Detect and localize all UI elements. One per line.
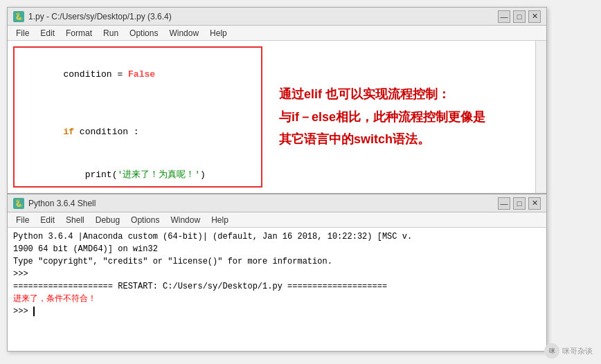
code-line-blank1 bbox=[20, 96, 255, 111]
shell-icon: 🐍 bbox=[13, 198, 24, 209]
shell-line-1: Python 3.6.4 |Anaconda custom (64-bit)| … bbox=[13, 230, 541, 243]
shell-menu-help[interactable]: Help bbox=[206, 214, 234, 226]
shell-menu-debug[interactable]: Debug bbox=[90, 214, 125, 226]
menu-file[interactable]: File bbox=[10, 27, 35, 39]
shell-maximize-button[interactable]: □ bbox=[513, 197, 526, 210]
editor-close-button[interactable]: ✕ bbox=[528, 10, 541, 23]
shell-close-button[interactable]: ✕ bbox=[528, 197, 541, 210]
shell-line-6: 进来了，条件不符合！ bbox=[13, 293, 541, 305]
editor-icon: 🐍 bbox=[13, 11, 24, 22]
menu-format[interactable]: Format bbox=[60, 27, 98, 39]
editor-window: 🐍 1.py - C:/Users/sy/Desktop/1.py (3.6.4… bbox=[7, 7, 547, 194]
shell-controls: — □ ✕ bbox=[498, 197, 541, 210]
menu-edit[interactable]: Edit bbox=[35, 27, 60, 39]
shell-menu-edit[interactable]: Edit bbox=[35, 214, 60, 226]
menu-window[interactable]: Window bbox=[163, 27, 204, 39]
shell-menu-options[interactable]: Options bbox=[125, 214, 165, 226]
editor-controls: — □ ✕ bbox=[498, 10, 541, 23]
editor-scrollbar[interactable] bbox=[535, 41, 546, 193]
titlebar-left: 🐍 1.py - C:/Users/sy/Desktop/1.py (3.6.4… bbox=[13, 11, 172, 22]
editor-maximize-button[interactable]: □ bbox=[513, 10, 526, 23]
shell-title: Python 3.6.4 Shell bbox=[28, 199, 96, 208]
editor-content: condition = False if condition : print('… bbox=[8, 41, 546, 193]
editor-title: 1.py - C:/Users/sy/Desktop/1.py (3.6.4) bbox=[28, 12, 172, 21]
annotation-area: 通过elif 也可以实现流程控制： 与if－else相比，此种流程控制更像是 其… bbox=[268, 41, 546, 193]
shell-menu-window[interactable]: Window bbox=[165, 214, 206, 226]
shell-menu-shell[interactable]: Shell bbox=[60, 214, 90, 226]
watermark-logo: 咪 bbox=[544, 343, 559, 358]
shell-titlebar-left: 🐍 Python 3.6.4 Shell bbox=[13, 198, 96, 209]
shell-line-5: ==================== RESTART: C:/Users/s… bbox=[13, 280, 541, 293]
menu-help[interactable]: Help bbox=[204, 27, 233, 39]
annotation-line2: 与if－else相比，此种流程控制更像是 bbox=[279, 106, 485, 128]
annotation-line3: 其它语言中的switch语法。 bbox=[279, 128, 485, 150]
shell-menu-file[interactable]: File bbox=[10, 214, 35, 226]
editor-titlebar: 🐍 1.py - C:/Users/sy/Desktop/1.py (3.6.4… bbox=[8, 8, 546, 26]
shell-line-2: 1900 64 bit (AMD64)] on win32 bbox=[13, 243, 541, 255]
code-line-3: print('进来了！为真呢！') bbox=[20, 154, 255, 188]
editor-minimize-button[interactable]: — bbox=[498, 10, 510, 23]
shell-menubar: File Edit Shell Debug Options Window Hel… bbox=[8, 212, 546, 228]
shell-line-4: >>> bbox=[13, 268, 541, 280]
shell-line-3: Type "copyright", "credits" or "license(… bbox=[13, 255, 541, 268]
annotation-line1: 通过elif 也可以实现流程控制： bbox=[279, 83, 485, 105]
shell-titlebar: 🐍 Python 3.6.4 Shell — □ ✕ bbox=[8, 194, 546, 212]
menu-options[interactable]: Options bbox=[124, 27, 163, 39]
code-line-1: condition = False bbox=[20, 53, 255, 96]
code-line-2: if condition : bbox=[20, 111, 255, 154]
shell-window: 🐍 Python 3.6.4 Shell — □ ✕ File Edit She… bbox=[7, 194, 547, 352]
annotation-text: 通过elif 也可以实现流程控制： 与if－else相比，此种流程控制更像是 其… bbox=[279, 83, 485, 150]
shell-content[interactable]: Python 3.6.4 |Anaconda custom (64-bit)| … bbox=[8, 228, 546, 351]
editor-menubar: File Edit Format Run Options Window Help bbox=[8, 26, 546, 41]
shell-minimize-button[interactable]: — bbox=[498, 197, 510, 210]
menu-run[interactable]: Run bbox=[98, 27, 124, 39]
watermark-text: 咪哥杂谈 bbox=[562, 346, 593, 356]
watermark: 咪 咪哥杂谈 bbox=[544, 343, 593, 358]
shell-line-7: >>> bbox=[13, 305, 541, 318]
code-area[interactable]: condition = False if condition : print('… bbox=[13, 46, 262, 188]
